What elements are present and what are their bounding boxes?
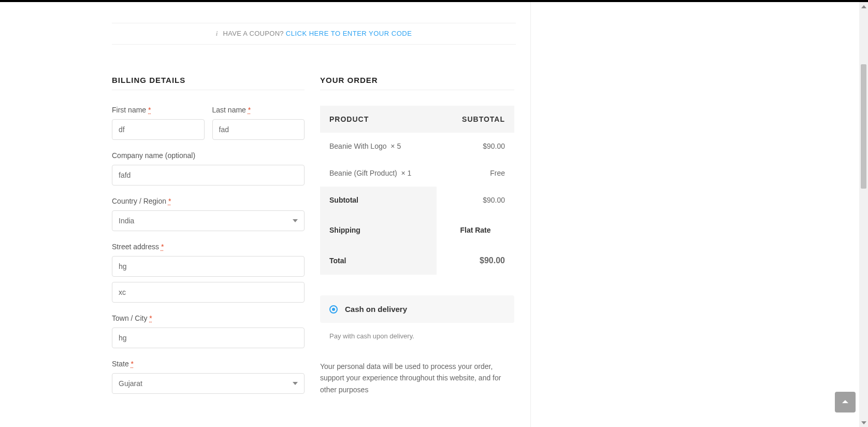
shipping-value: Flat Rate (437, 214, 514, 247)
state-label-text: State (112, 360, 129, 368)
order-item-price: $90.00 (437, 133, 514, 160)
order-head-product: PRODUCT (320, 106, 437, 133)
last-name-label-text: Last name (212, 106, 246, 114)
payment-method[interactable]: Cash on delivery (320, 295, 514, 323)
info-icon: i (216, 30, 218, 37)
street2-input[interactable] (112, 282, 305, 303)
shipping-label: Shipping (320, 214, 437, 247)
country-value: India (119, 217, 134, 225)
caret-down-icon (861, 421, 866, 424)
order-item-row: Beanie (Gift Product) × 1 Free (320, 160, 514, 187)
order-heading: YOUR ORDER (320, 76, 514, 84)
street-label-text: Street address (112, 243, 159, 251)
privacy-text: Your personal data will be used to proce… (320, 361, 514, 395)
order-table: PRODUCT SUBTOTAL Beanie With Logo × 5 $9… (320, 106, 514, 275)
required-asterisk: * (168, 197, 171, 205)
state-select[interactable]: Gujarat (112, 373, 305, 394)
order-item-row: Beanie With Logo × 5 $90.00 (320, 133, 514, 160)
required-asterisk: * (248, 106, 251, 114)
coupon-notice: i HAVE A COUPON? CLICK HERE TO ENTER YOU… (112, 23, 516, 45)
divider (112, 90, 305, 90)
chevron-up-icon (841, 398, 849, 406)
first-name-input[interactable] (112, 119, 205, 140)
scroll-top-button[interactable] (835, 392, 856, 412)
billing-heading: BILLING DETAILS (112, 76, 305, 84)
first-name-label: First name * (112, 106, 205, 114)
subtotal-label: Subtotal (320, 187, 437, 214)
divider (320, 90, 514, 90)
country-label: Country / Region * (112, 197, 305, 205)
street-label: Street address * (112, 243, 305, 251)
first-name-label-text: First name (112, 106, 146, 114)
payment-method-label: Cash on delivery (345, 305, 407, 314)
street1-input[interactable] (112, 256, 305, 277)
order-item-qty: × 5 (390, 142, 401, 150)
payment-method-description: Pay with cash upon delivery. (320, 332, 514, 340)
order-item-price: Free (437, 160, 514, 187)
chevron-down-icon (293, 382, 298, 385)
last-name-label: Last name * (212, 106, 305, 114)
required-asterisk: * (161, 243, 164, 251)
total-row: Total $90.00 (320, 247, 514, 275)
order-item-qty: × 1 (401, 169, 412, 177)
coupon-question: HAVE A COUPON? (223, 30, 284, 37)
country-select[interactable]: India (112, 210, 305, 231)
subtotal-row: Subtotal $90.00 (320, 187, 514, 214)
sidebar-divider (530, 2, 531, 427)
chevron-down-icon (293, 219, 298, 222)
scroll-up-button[interactable] (859, 2, 868, 11)
shipping-row: Shipping Flat Rate (320, 214, 514, 247)
state-value: Gujarat (119, 379, 142, 388)
order-head-subtotal: SUBTOTAL (437, 106, 514, 133)
company-label: Company name (optional) (112, 151, 305, 160)
state-label: State * (112, 360, 305, 368)
scroll-down-button[interactable] (859, 418, 868, 427)
last-name-input[interactable] (212, 119, 305, 140)
city-label: Town / City * (112, 314, 305, 322)
required-asterisk: * (149, 314, 152, 322)
radio-icon (329, 305, 338, 314)
total-label: Total (320, 247, 437, 275)
coupon-link[interactable]: CLICK HERE TO ENTER YOUR CODE (286, 30, 412, 37)
vertical-scrollbar[interactable] (859, 2, 868, 427)
scrollbar-thumb[interactable] (861, 64, 866, 189)
city-label-text: Town / City (112, 314, 147, 322)
total-value: $90.00 (437, 247, 514, 275)
company-input[interactable] (112, 165, 305, 186)
country-label-text: Country / Region (112, 197, 166, 205)
order-item-name: Beanie With Logo (329, 142, 387, 150)
order-item-name: Beanie (Gift Product) (329, 169, 397, 177)
caret-up-icon (861, 5, 866, 8)
city-input[interactable] (112, 328, 305, 348)
subtotal-value: $90.00 (437, 187, 514, 214)
required-asterisk: * (131, 360, 134, 368)
required-asterisk: * (148, 106, 151, 114)
